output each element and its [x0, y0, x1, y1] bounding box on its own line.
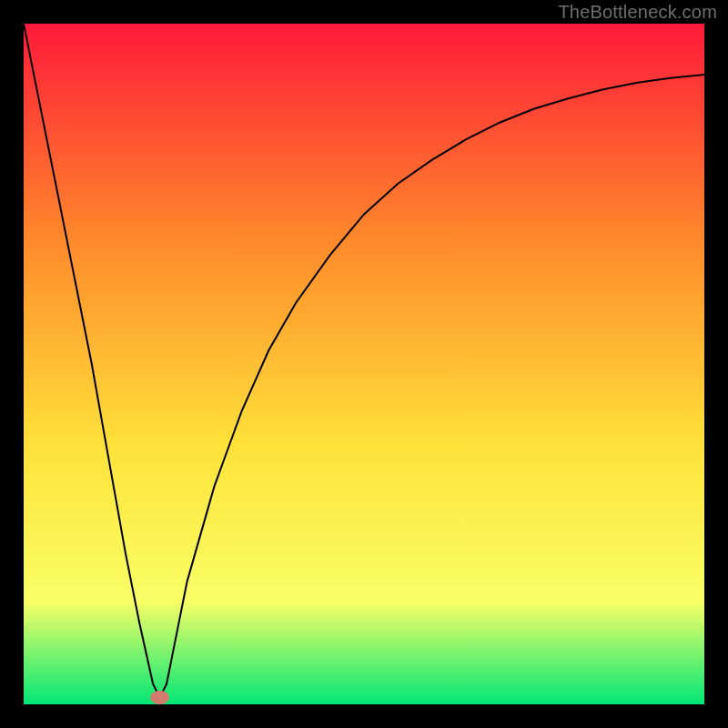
- watermark-text: TheBottleneck.com: [558, 2, 717, 23]
- gradient-background: [24, 24, 704, 704]
- optimal-point-marker: [150, 691, 169, 704]
- chart-frame: TheBottleneck.com: [0, 0, 728, 728]
- gradient-chart: [24, 24, 704, 704]
- plot-area: [24, 24, 704, 704]
